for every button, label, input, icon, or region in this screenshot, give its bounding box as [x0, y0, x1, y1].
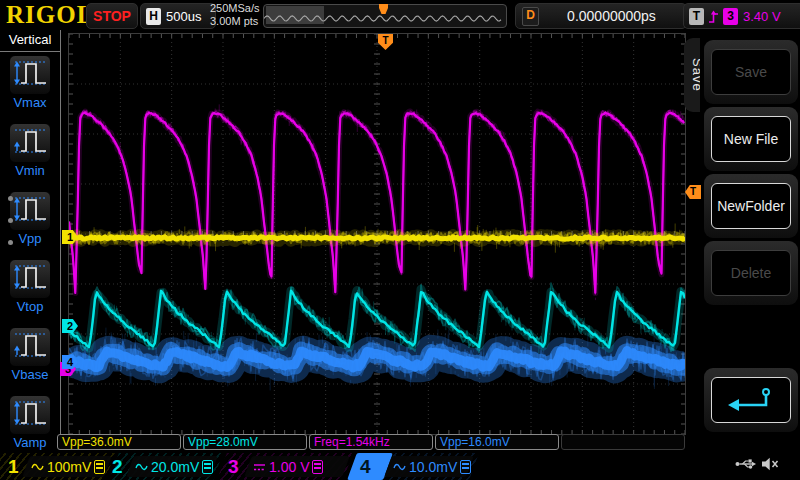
sample-rate: 250MSa/s	[210, 2, 260, 15]
vertical-menu-item-label: Vmax	[0, 95, 60, 110]
channel2-scale-readout: 20.0mV	[135, 456, 213, 477]
menu-slot: New File	[704, 107, 798, 171]
measurement-slot-4[interactable]: Vpp=16.0mV	[435, 434, 559, 450]
return-button[interactable]	[711, 377, 791, 423]
usb-icon	[734, 457, 758, 471]
rising-edge-icon	[707, 8, 720, 25]
waveform-preview-bar	[263, 4, 507, 28]
channel-scale-value: 100mV	[47, 459, 91, 475]
measurement-slot-3[interactable]: Freq=1.54kHz	[309, 434, 433, 450]
channel-scale-value: 20.0mV	[151, 459, 199, 475]
trigger-delay-box[interactable]: D 0.00000000ps	[515, 3, 687, 29]
memory-depth: 3.00M pts	[210, 15, 260, 28]
delay-badge: D	[522, 7, 539, 26]
save-button[interactable]: Save	[711, 49, 791, 95]
ac-coupling-icon	[135, 462, 148, 472]
vertical-menu-item-label: Vamp	[0, 435, 60, 450]
ac-coupling-icon	[393, 462, 406, 472]
timebase-value: 500us	[166, 9, 201, 24]
delay-value: 0.00000000ps	[543, 8, 680, 24]
trigger-source-badge: 3	[723, 8, 738, 25]
vertical-menu-item-label: Vmin	[0, 163, 60, 178]
dc-coupling-icon	[253, 462, 266, 472]
vertical-measure-menu: Vertical VmaxVminVppVtopVbaseVamp	[0, 30, 61, 447]
save-menu: SaveNew FileNewFolderDelete	[700, 30, 800, 447]
acquisition-info: 250MSa/s 3.00M pts	[210, 2, 260, 28]
menu-title: Vertical	[0, 30, 60, 52]
menu-slot: NewFolder	[704, 174, 798, 238]
vertical-menu-item-label: Vtop	[0, 299, 60, 314]
speaker-muted-icon	[760, 456, 779, 472]
menu-slot: Save	[704, 40, 798, 104]
vertical-menu-item-vamp[interactable]: Vamp	[0, 395, 60, 460]
channel4-scale-readout: 10.0mV	[393, 456, 471, 477]
new-file-button[interactable]: New File	[711, 116, 791, 162]
vamp-icon	[9, 395, 51, 435]
page-indicator-dot	[8, 196, 13, 201]
vtop-icon	[9, 259, 51, 299]
channel-status-bar: 1100mV220.0mV31.00 V410.0mV	[0, 453, 800, 480]
ac-coupling-icon	[31, 462, 44, 472]
measurement-slot-2[interactable]: Vpp=28.0mV	[183, 434, 307, 450]
bandwidth-limit-icon	[202, 460, 213, 474]
channel1-scale-readout: 100mV	[31, 456, 105, 477]
menu-slot	[704, 368, 798, 432]
bandwidth-limit-icon	[460, 460, 471, 474]
channel3-number[interactable]: 3	[228, 454, 239, 479]
trigger-level-marker[interactable]: T	[685, 185, 701, 199]
vbase-icon	[9, 327, 51, 367]
run-state-indicator[interactable]: STOP	[86, 3, 138, 29]
channel-scale-value: 10.0mV	[409, 459, 457, 475]
return-arrow-icon	[720, 385, 782, 415]
measurement-slot-1[interactable]: Vpp=36.0mV	[57, 434, 181, 450]
vertical-menu-item-vmax[interactable]: Vmax	[0, 55, 60, 120]
oscilloscope-screen: { "topbar": { "logo": "RIGOL", "run_stat…	[0, 0, 800, 480]
page-indicator-dot	[8, 240, 13, 245]
horizontal-badge: H	[146, 8, 161, 25]
channel4-number[interactable]: 4	[360, 454, 371, 479]
horizontal-timebase-box[interactable]: H 500us	[140, 3, 216, 29]
trigger-level-value: 3.40 V	[743, 9, 781, 24]
measurement-slot-5[interactable]	[561, 434, 685, 450]
trigger-badge: T	[689, 8, 704, 25]
menu-slot: Delete	[704, 241, 798, 305]
vertical-menu-item-vmin[interactable]: Vmin	[0, 123, 60, 188]
rigol-logo: RIGOL	[6, 1, 94, 29]
bandwidth-limit-icon	[94, 460, 105, 474]
vertical-menu-item-vbase[interactable]: Vbase	[0, 327, 60, 392]
vertical-menu-item-label: Vbase	[0, 367, 60, 382]
newfolder-button[interactable]: NewFolder	[711, 183, 791, 229]
vmax-icon	[9, 55, 51, 95]
delete-button[interactable]: Delete	[711, 250, 791, 296]
page-indicator-dot	[8, 218, 13, 223]
waveform-display-area	[68, 33, 686, 435]
bandwidth-limit-icon	[312, 460, 323, 474]
vertical-menu-item-vtop[interactable]: Vtop	[0, 259, 60, 324]
vmin-icon	[9, 123, 51, 163]
channel3-scale-readout: 1.00 V	[253, 456, 323, 477]
channel1-number[interactable]: 1	[8, 454, 19, 479]
preview-trigger-marker	[264, 4, 504, 16]
vpp-icon	[9, 191, 51, 231]
measurement-readout-bar: Vpp=36.0mVVpp=28.0mVFreq=1.54kHzVpp=16.0…	[57, 434, 685, 452]
channel2-number[interactable]: 2	[112, 454, 123, 479]
trigger-info-box[interactable]: T 3 3.40 V	[683, 3, 800, 29]
channel-scale-value: 1.00 V	[269, 459, 309, 475]
waveform-plot	[69, 34, 685, 434]
